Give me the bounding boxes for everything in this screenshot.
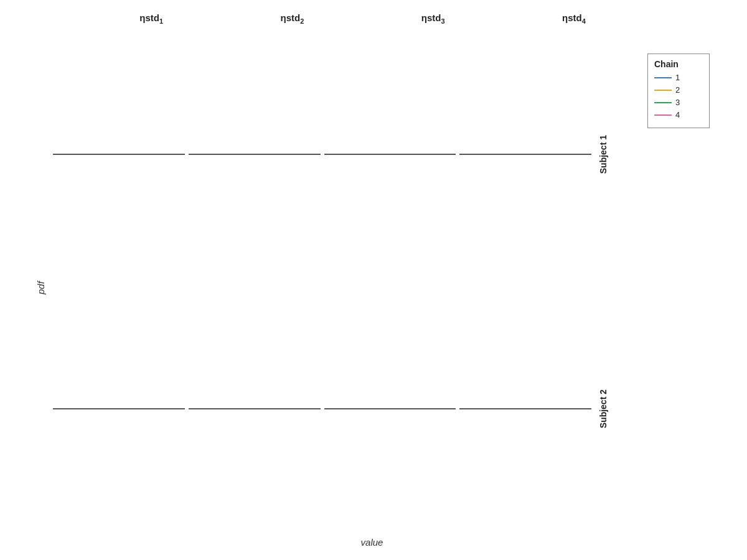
legend-label-2: 2	[675, 85, 680, 95]
plot-s2-4: 0.0 0.2 0.4 0.6 0.8 -2.5 0.0 2.5	[459, 408, 591, 409]
legend-color-1	[654, 77, 672, 78]
legend: Chain 1 2 3 4	[647, 54, 710, 128]
plot-s1-4: 0.0 0.2 0.4 0.6 0.8 -2.5 0.0 2.5	[459, 154, 591, 155]
legend-label-3: 3	[675, 98, 680, 107]
y-axis-label: pdf	[31, 29, 50, 548]
legend-color-3	[654, 102, 672, 103]
x-axis-label: value	[100, 534, 644, 548]
plot-s2-1: 0.0 0.2 0.4 0.6 0.8 -2.5 0.0 2.5	[53, 408, 185, 409]
legend-item-1: 1	[654, 73, 703, 82]
plot-s2-3: 0.0 0.2 0.4 0.6 0.8 -2.5 0.0 2.5	[324, 408, 456, 409]
legend-item-3: 3	[654, 98, 703, 107]
chart-container: ηstd1 ηstd2 ηstd3 ηstd4 pdf	[31, 12, 716, 548]
plot-s1-2: 0.0 0.2 0.4 0.6 0.8 -2.5 0.0 2.5	[189, 154, 321, 155]
row-label-subject1: Subject 1	[594, 135, 644, 174]
row-label-subject2: Subject 2	[594, 390, 644, 428]
col-header-1: ηstd1	[81, 12, 222, 27]
legend-item-4: 4	[654, 110, 703, 119]
plot-s1-3: 0.0 0.2 0.4 0.6 0.8 -2.5 0.0 2.5	[324, 154, 456, 155]
legend-color-4	[654, 114, 672, 116]
col-header-4: ηstd4	[504, 12, 644, 27]
legend-label-1: 1	[675, 73, 680, 82]
plot-s2-2: 0.0 0.2 0.4 0.6 0.8 -2.5 0.0 2.5	[189, 408, 321, 409]
col-header-2: ηstd2	[222, 12, 362, 27]
legend-label-4: 4	[675, 110, 680, 119]
legend-title: Chain	[654, 59, 703, 69]
legend-color-2	[654, 90, 672, 91]
plot-s1-1: 0.0 0.2 0.4 0.6 0.8 -2.5 0.0 2.5	[53, 154, 185, 155]
col-header-3: ηstd3	[363, 12, 504, 27]
legend-item-2: 2	[654, 85, 703, 95]
